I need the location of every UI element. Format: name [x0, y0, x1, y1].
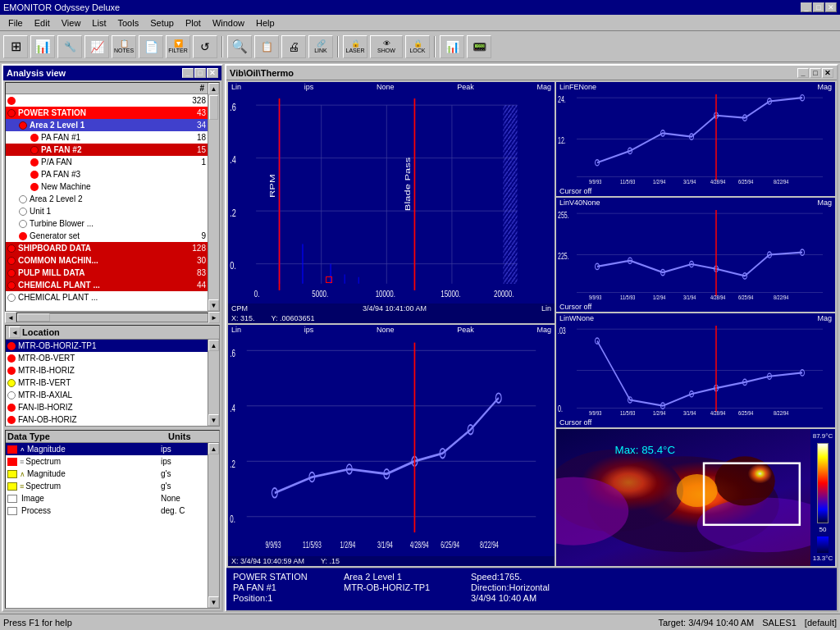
location-item-fan-ob-horiz[interactable]: FAN-OB-HORIZ	[6, 413, 208, 426]
tree-item-generator[interactable]: Generator set 9	[6, 230, 208, 242]
toolbar-btn-bar[interactable]: 📊	[440, 35, 464, 58]
location-scroll-up[interactable]: ▲	[208, 340, 219, 351]
chart-window-minimize[interactable]: _	[797, 68, 809, 78]
toolbar-link[interactable]: 🔗 LINK	[308, 35, 333, 58]
menu-list[interactable]: List	[87, 17, 111, 29]
toolbar-btn-7[interactable]: 📟	[467, 35, 491, 58]
menu-plot[interactable]: Plot	[180, 17, 206, 29]
tree-scroll-down[interactable]: ▼	[208, 299, 219, 311]
location-scrollbar[interactable]: ▲ ▼	[208, 340, 219, 426]
datatype-item-mag-ips[interactable]: ∧ Magnitude ips	[6, 443, 208, 455]
tree-scroll-up[interactable]: ▲	[208, 83, 219, 94]
tree-scroll-left[interactable]: ◄	[5, 312, 16, 323]
spec-lin-label: Lin	[231, 83, 241, 91]
tree-item-commonmachin[interactable]: COMMON MACHIN... 30	[6, 254, 208, 267]
tree-item-pafan3[interactable]: PA FAN #3	[6, 168, 208, 180]
toolbar-btn-notes[interactable]: 📋 NOTES	[112, 35, 136, 58]
location-nav-left[interactable]: ◄	[9, 326, 21, 338]
tree-item-chemical1[interactable]: CHEMICAL PLANT ... 44	[6, 279, 208, 291]
menu-help[interactable]: Help	[251, 17, 280, 29]
cursor-circle	[326, 276, 332, 283]
tree-scroll-right[interactable]: ►	[208, 312, 220, 323]
status-right: Target: 3/4/94 10:40 AM SALES1 [default]	[658, 618, 837, 628]
svg-text:.6: .6	[230, 347, 235, 359]
tree-hscroll-track[interactable]	[16, 313, 208, 322]
toolbar-laser[interactable]: 🔒 LASER	[343, 35, 368, 58]
toolbar-btn-filter[interactable]: 🔽 FILTER	[166, 35, 190, 58]
toolbar-btn-5[interactable]: 📄	[139, 35, 163, 58]
minimize-button[interactable]: _	[801, 2, 812, 12]
tree-item-pulpmill[interactable]: PULP MILL DATA 83	[6, 267, 208, 279]
analysis-panel: Analysis view _ □ ✕ #	[2, 64, 223, 612]
tree-item-root[interactable]: 328	[6, 94, 208, 107]
location-item-mtr-ib-axial[interactable]: MTR-IB-AXIAL	[6, 389, 208, 401]
tree-item-commonmachin-count: 30	[177, 256, 206, 265]
tree-item-turbine[interactable]: Turbine Blower ...	[6, 217, 208, 230]
trend-y-label: ips	[304, 326, 314, 334]
tree-item-area2l2[interactable]: Area 2 Level 2	[6, 193, 208, 205]
location-item-fan-ib-horiz[interactable]: FAN-IB-HORIZ	[6, 401, 208, 413]
datatype-item-process[interactable]: Process deg. C	[6, 504, 208, 517]
chart-window-maximize[interactable]: □	[810, 68, 821, 78]
info-col1: POWER STATION PA FAN #1 Position:1	[233, 572, 331, 607]
chart-window-close[interactable]: ✕	[822, 68, 833, 78]
dot-pafan-icon	[30, 158, 39, 167]
analysis-panel-close[interactable]: ✕	[207, 68, 218, 78]
analysis-panel-maximize[interactable]: □	[194, 68, 206, 78]
datatype-item-mag-gs[interactable]: ∧ Magnitude g's	[6, 468, 208, 480]
location-item-mtr-ib-horiz[interactable]: MTR-IB-HORIZ	[6, 364, 208, 377]
tree-scroll-thumb[interactable]	[209, 95, 218, 120]
datatype-scroll-down[interactable]: ▼	[208, 596, 219, 608]
svg-text:.4: .4	[230, 154, 236, 166]
datatype-item-spec-gs[interactable]: ≡ Spectrum g's	[6, 480, 208, 492]
toolbar-show[interactable]: 👁 SHOW	[370, 35, 403, 58]
toolbar-btn-1[interactable]: ⊞	[3, 35, 28, 58]
maximize-button[interactable]: □	[813, 2, 824, 12]
menu-view[interactable]: View	[57, 17, 86, 29]
tree-col-name	[7, 84, 177, 93]
chart-window-title: Vib\Oil\Thermo	[230, 68, 294, 78]
tree-item-chemical2[interactable]: CHEMICAL PLANT ...	[6, 291, 208, 304]
toolbar-search[interactable]: 🔍	[227, 35, 252, 58]
location-item-mtr-ob-horiz-tp1[interactable]: MTR-OB-HORIZ-TP1	[6, 340, 208, 352]
tree-item-newmachine[interactable]: New Machine	[6, 180, 208, 193]
location-item-mtr-ib-vert[interactable]: MTR-IB-VERT	[6, 377, 208, 389]
toolbar-btn-2[interactable]: 📊	[30, 35, 55, 58]
toolbar-lock[interactable]: 🔒 LOCK	[405, 35, 430, 58]
location-item-label-5: MTR-IB-AXIAL	[18, 390, 72, 399]
spectrum-chart: Lin ips None Peak Mag	[228, 82, 555, 323]
toolbar-btn-6[interactable]: 📋	[254, 35, 279, 58]
datatype-item-spec-ips[interactable]: ≡ Spectrum ips	[6, 455, 208, 468]
w-mag: Mag	[817, 314, 832, 322]
trend-svg: .6 .4 .2 0.	[228, 335, 555, 556]
toolbar-btn-4[interactable]: 📈	[84, 35, 109, 58]
analysis-panel-minimize[interactable]: _	[182, 68, 194, 78]
tree-scrollbar[interactable]: ▲ ▼	[208, 83, 219, 311]
tree-item-area2[interactable]: Area 2 Level 1 34	[6, 119, 208, 131]
datatype-scroll-up[interactable]: ▲	[208, 443, 219, 454]
tree-hscroll-thumb[interactable]	[17, 313, 50, 322]
thermal-max-temp: 87.9°C	[813, 432, 833, 441]
datatype-item-image[interactable]: Image None	[6, 492, 208, 504]
toolbar: ⊞ 📊 🔧 📈 📋 NOTES 📄 🔽 FILTER ↺ 🔍 📋 🖨 🔗 LIN…	[0, 31, 840, 62]
toolbar-btn-refresh[interactable]: ↺	[193, 35, 217, 58]
datatype-scrollbar[interactable]: ▲ ▼	[208, 443, 219, 608]
menu-window[interactable]: Window	[208, 17, 249, 29]
menu-file[interactable]: File	[3, 17, 28, 29]
dot-pafan3-icon	[30, 171, 39, 179]
tree-item-unit1[interactable]: Unit 1	[6, 205, 208, 217]
tree-item-shipboard[interactable]: SHIPBOARD DATA 128	[6, 242, 208, 254]
fe-channel: FE	[569, 83, 579, 91]
tree-item-pafan2[interactable]: PA FAN #2 15	[6, 144, 208, 156]
location-scroll-down[interactable]: ▼	[208, 414, 219, 426]
location-item-mtr-ob-vert[interactable]: MTR-OB-VERT	[6, 352, 208, 364]
tree-item-powerstation[interactable]: POWER STATION 43	[6, 107, 208, 119]
menu-tools[interactable]: Tools	[112, 17, 144, 29]
tree-item-pafan[interactable]: P/A FAN 1	[6, 156, 208, 168]
menu-edit[interactable]: Edit	[30, 17, 55, 29]
menu-setup[interactable]: Setup	[145, 17, 179, 29]
toolbar-print[interactable]: 🖨	[281, 35, 306, 58]
toolbar-btn-3[interactable]: 🔧	[57, 35, 82, 58]
close-button[interactable]: ✕	[825, 2, 837, 12]
tree-item-pafan1[interactable]: PA FAN #1 18	[6, 131, 208, 144]
